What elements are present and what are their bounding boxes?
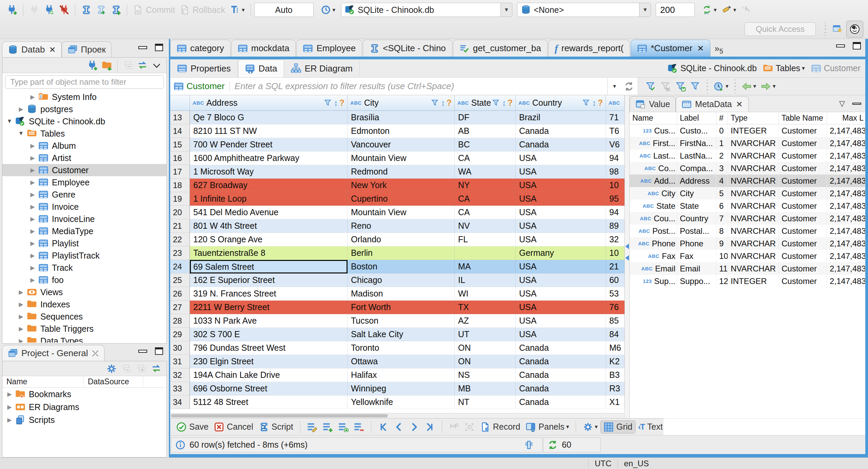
grid-cell[interactable]: USA [516,314,606,328]
grid-cell[interactable]: Halifax [348,368,455,382]
grid-cell[interactable]: 1 Infinite Loop [190,192,348,206]
grid-cell[interactable]: USA [516,260,606,273]
project-link-button[interactable] [149,362,164,375]
chevron-down-icon[interactable]: ▾ [613,83,616,90]
add-row-button[interactable] [320,421,336,433]
row-number[interactable]: 34 [170,395,190,409]
horizontal-scrollbar[interactable] [170,413,625,418]
grid-cell[interactable]: 60 [606,273,625,287]
grid-cell[interactable]: 89 [606,219,625,233]
prev-row-button[interactable] [391,421,407,433]
column-info-icon[interactable]: ? [508,98,513,108]
grid-cell[interactable]: Madison [348,287,455,301]
editor-tab-category[interactable]: category [170,40,231,57]
column-info-icon[interactable]: ? [339,98,344,108]
tree-item-playlisttrack[interactable]: ▶PlaylistTrack [2,249,166,262]
grid-cell[interactable]: 69 Salem Street [190,260,348,273]
tree-item-indexes[interactable]: ▶Indexes [2,298,166,310]
new-connection-button[interactable] [5,3,20,16]
grid-cell[interactable]: 302 S 700 E [190,328,348,341]
row-number[interactable]: 18 [170,179,190,192]
grid-cell[interactable]: V6 [606,138,625,151]
quick-access-input[interactable]: Quick Access [745,22,816,36]
grid-cell[interactable]: USA [516,219,606,233]
copy-row-button[interactable] [336,421,351,433]
tab-overflow-icon[interactable]: »5 [711,42,727,57]
grid-cell[interactable]: 1 Microsoft Way [190,165,348,179]
tree-item-views[interactable]: ▶Views [2,286,166,298]
collapse-arrow-icon[interactable]: ▼ [16,130,26,137]
grid-cell[interactable]: Orlando [348,233,455,246]
grid-row-16[interactable]: 161600 Amphitheatre ParkwayMountain View… [170,151,625,165]
grid-cell[interactable]: 627 Broadway [190,179,348,192]
breadcrumb-datasource[interactable]: SQLite - Chinook.db [680,63,757,73]
dbeaver-perspective-button[interactable] [846,21,863,38]
tree-item-artist[interactable]: ▶Artist [2,152,166,164]
tree-item-data-types[interactable]: ▶Data Types [2,335,166,343]
grid-cell[interactable]: Canada [516,124,606,138]
row-number[interactable]: 21 [170,219,190,233]
grid-cell[interactable]: Brazil [516,111,606,124]
editor-tab-get-customer-ba[interactable]: get_customer_ba [453,40,548,57]
fetch-size-input[interactable]: 200 [656,3,695,17]
row-number[interactable]: 26 [170,287,190,301]
row-number[interactable]: 23 [170,246,190,260]
row-number[interactable]: 29 [170,328,190,341]
grid-cell[interactable]: Salt Lake City [348,328,455,341]
expand-arrow-icon[interactable]: ▶ [27,155,38,162]
grid-cell[interactable]: New York [348,179,455,192]
zoom-cell-button[interactable] [462,421,477,433]
row-number[interactable]: 31 [170,355,190,368]
close-icon[interactable]: ✕ [49,45,56,55]
grid-cell[interactable]: WI [455,287,516,301]
filter-save-button[interactable] [673,80,688,93]
text-mode-button[interactable]: ‹TText [635,421,666,433]
grid-cell[interactable]: Tauentzienstraße 8 [190,246,348,260]
grid-cell[interactable]: Canada [516,355,606,368]
datasource-combo[interactable]: SQLite - Chinook.db▼ [341,3,512,17]
grid-cell[interactable]: MA [455,260,516,273]
grid-row-20[interactable]: 20541 Del Medio AvenueMountain ViewCAUSA… [170,206,625,219]
expand-arrow-icon[interactable]: ▶ [27,142,38,149]
editor-tab-mockdata[interactable]: mockdata [231,40,296,57]
cancel-button[interactable]: Cancel [211,421,256,433]
row-number[interactable]: 22 [170,233,190,246]
breadcrumb-entity[interactable]: Customer [824,63,861,73]
nav-new-connection-button[interactable] [85,60,100,71]
grid-row-21[interactable]: 21801 W 4th StreetRenoNVUSA89 [170,219,625,233]
filter-custom-button[interactable] [688,80,703,93]
expand-arrow-icon[interactable]: ▶ [16,338,26,343]
expand-arrow-icon[interactable]: ▶ [16,313,26,320]
metadata-row-address[interactable]: ABCAdd...Address4NVARCHARCustomer2,147,4… [630,175,865,187]
metadata-column-label[interactable]: Label [677,112,716,124]
tree-item-album[interactable]: ▶Album [2,140,166,152]
tree-item-system-info[interactable]: ▶System Info [2,91,166,103]
result-tab-data[interactable]: Data [238,60,284,77]
grid-cell[interactable]: Canada [516,368,606,382]
grid-cell[interactable]: 85 [606,314,625,328]
column-info-icon[interactable]: ? [598,98,603,108]
grid-cell[interactable]: Vancouver [348,138,455,151]
expand-arrow-icon[interactable]: ▶ [27,240,38,247]
grid-cell[interactable]: 94 [606,151,625,165]
grid-cell[interactable]: T6 [606,124,625,138]
grid-row-33[interactable]: 33696 Osborne StreetWinnipegMBCanadaR3 [170,382,625,395]
grid-cell[interactable]: Berlin [348,246,455,260]
tree-item-tables[interactable]: ▼Tables [2,127,166,140]
grid-cell[interactable]: 10 [606,246,625,260]
open-perspective-button[interactable] [829,21,846,38]
grid-row-14[interactable]: 148210 111 ST NWEdmontonABCanadaT6 [170,124,625,138]
undo-navigation-button[interactable] [738,3,753,16]
metadata-column-name[interactable]: Name [630,112,677,124]
grid-cell[interactable]: 21 [606,260,625,273]
minimize-icon[interactable] [138,43,148,52]
minimize-icon[interactable] [138,347,148,355]
calc-panel-icon[interactable] [524,440,534,450]
sort-icon[interactable]: ↕ [441,98,445,108]
format-button[interactable]: ▾ [719,3,739,16]
filter-icon[interactable] [582,99,591,107]
grid-cell[interactable]: Winnipeg [348,382,455,395]
row-number[interactable]: 32 [170,368,190,382]
result-tab-er-diagram[interactable]: ER Diagram [284,60,360,77]
minimize-icon[interactable] [852,100,862,108]
